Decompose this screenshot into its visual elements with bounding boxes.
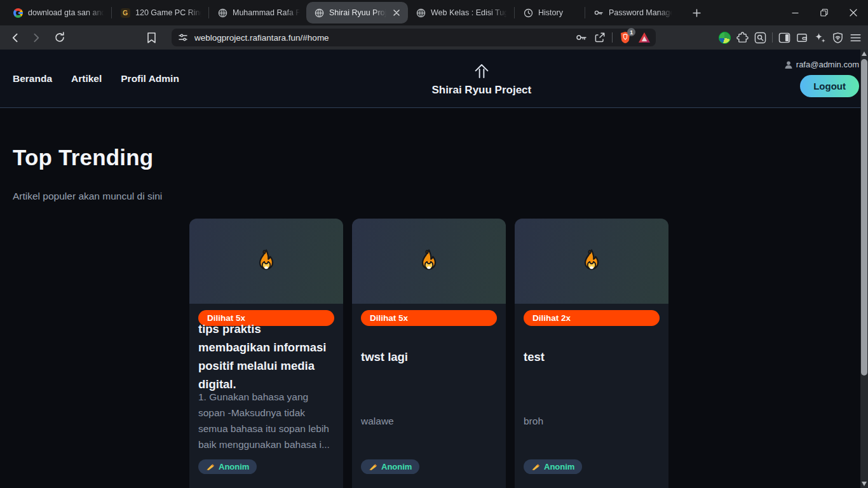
page-scrollbar[interactable] xyxy=(860,50,868,488)
article-card[interactable]: Dilihat 2x test broh Anonim xyxy=(515,219,668,488)
tab-120-game-pc[interactable]: G 120 Game PC Ringan xyxy=(112,2,208,24)
tab-label: download gta san and xyxy=(28,8,104,17)
site-settings-icon[interactable] xyxy=(178,32,188,43)
tab-shirai-ryuu-active[interactable]: Shirai Ryuu Project xyxy=(306,2,408,24)
tab-label: History xyxy=(538,8,578,17)
scroll-up-arrow-icon[interactable] xyxy=(862,51,867,56)
tab-download-gta[interactable]: download gta san and xyxy=(5,2,111,24)
article-card[interactable]: Dilihat 5x tips praktis membagikan infor… xyxy=(189,219,343,488)
nav-artikel[interactable]: Artikel xyxy=(71,73,102,85)
forward-button[interactable] xyxy=(27,29,44,46)
brave-shield-icon[interactable]: 1 xyxy=(619,31,632,44)
scrollbar-thumb[interactable] xyxy=(861,59,867,376)
author-badge: Anonim xyxy=(524,459,582,474)
bookmark-icon[interactable] xyxy=(142,29,160,46)
wallet-icon[interactable] xyxy=(796,32,808,44)
site-brand: Shirai Ryuu Project xyxy=(179,62,784,97)
share-icon[interactable] xyxy=(594,32,606,43)
tab-label: Password Manager xyxy=(609,8,672,17)
card-title[interactable]: test xyxy=(524,348,545,366)
card-excerpt: 1. Gunakan bahasa yang sopan -Maksudnya … xyxy=(198,389,334,452)
tab-label: Web Kelas : Edisi Tuga xyxy=(431,8,507,17)
leo-sparkles-icon[interactable] xyxy=(814,32,826,44)
torii-up-arrow-icon xyxy=(472,62,491,81)
window-controls xyxy=(780,0,868,25)
tab-separator xyxy=(514,7,515,18)
close-window-button[interactable] xyxy=(839,0,868,25)
tab-password-manager[interactable]: Password Manager xyxy=(586,2,679,24)
separator xyxy=(612,32,613,43)
fire-icon xyxy=(254,248,279,274)
address-bar[interactable]: weblogproject.rafiantara.fun/#home 1 xyxy=(172,29,656,46)
tab-close-icon[interactable] xyxy=(391,8,402,18)
scroll-down-arrow-icon[interactable] xyxy=(862,482,867,486)
author-name: Anonim xyxy=(544,462,574,471)
tab-separator xyxy=(111,7,112,18)
nav-beranda[interactable]: Beranda xyxy=(13,73,52,85)
main-content: Top Trending Artikel populer akan muncul… xyxy=(0,145,868,488)
google-favicon-icon xyxy=(13,8,23,18)
author-badge: Anonim xyxy=(361,459,419,474)
key-favicon-icon xyxy=(593,8,604,18)
person-icon xyxy=(784,60,793,69)
user-email: rafa@admin.com xyxy=(796,60,859,69)
vpn-shield-icon[interactable] xyxy=(832,32,844,44)
author-name: Anonim xyxy=(381,462,412,471)
extensions-puzzle-icon[interactable] xyxy=(736,32,749,44)
browser-chrome: download gta san and G 120 Game PC Ringa… xyxy=(0,0,868,50)
minimize-button[interactable] xyxy=(780,0,810,25)
menu-hamburger-icon[interactable] xyxy=(850,32,862,44)
card-image xyxy=(352,219,506,304)
page-title: Top Trending xyxy=(13,145,868,170)
gold-g-favicon-icon: G xyxy=(120,8,130,18)
brave-rewards-icon[interactable] xyxy=(638,32,651,43)
fire-icon xyxy=(416,248,442,274)
user-email-row: rafa@admin.com xyxy=(784,60,859,69)
card-title[interactable]: tips praktis membagikan informasi positi… xyxy=(198,320,334,393)
logout-button[interactable]: Logout xyxy=(800,75,859,97)
extension-icons xyxy=(719,32,862,44)
idm-extension-icon[interactable] xyxy=(719,32,731,44)
back-button[interactable] xyxy=(6,29,24,46)
separator xyxy=(772,32,773,43)
card-excerpt: walawe xyxy=(361,413,394,429)
tab-label: Muhammad Rafa Firda xyxy=(233,8,300,17)
trending-cards: Dilihat 5x tips praktis membagikan infor… xyxy=(189,219,868,488)
site-header: Beranda Artikel Profil Admin Shirai Ryuu… xyxy=(0,50,868,108)
browser-toolbar: weblogproject.rafiantara.fun/#home 1 xyxy=(0,25,868,50)
tab-web-kelas[interactable]: Web Kelas : Edisi Tuga xyxy=(408,2,513,24)
url-text[interactable]: weblogproject.rafiantara.fun/#home xyxy=(194,33,575,43)
address-bar-actions: 1 xyxy=(575,31,651,44)
site-title: Shirai Ryuu Project xyxy=(431,84,531,97)
page-viewport: Beranda Artikel Profil Admin Shirai Ryuu… xyxy=(0,50,868,488)
search-panel-icon[interactable] xyxy=(754,32,766,44)
globe-favicon-icon xyxy=(416,8,426,18)
password-key-icon[interactable] xyxy=(575,31,588,44)
views-badge: Dilihat 2x xyxy=(524,310,660,326)
new-tab-button[interactable] xyxy=(688,4,705,22)
tab-separator xyxy=(208,7,209,18)
main-nav: Beranda Artikel Profil Admin xyxy=(13,73,179,85)
restore-button[interactable] xyxy=(810,0,839,25)
tab-strip: download gta san and G 120 Game PC Ringa… xyxy=(0,0,868,25)
card-body: Dilihat 2x test broh Anonim xyxy=(515,304,668,488)
page-subtitle: Artikel populer akan muncul di sini xyxy=(13,191,868,202)
sidebar-panel-icon[interactable] xyxy=(778,32,790,44)
shield-badge-count: 1 xyxy=(627,28,635,36)
author-badge: Anonim xyxy=(198,459,257,474)
user-box: rafa@admin.com Logout xyxy=(784,60,859,97)
tab-history[interactable]: History xyxy=(515,2,584,24)
tab-label: Shirai Ryuu Project xyxy=(329,8,386,17)
views-badge: Dilihat 5x xyxy=(361,310,497,326)
article-card[interactable]: Dilihat 5x twst lagi walawe Anonim xyxy=(352,219,506,488)
tab-separator xyxy=(585,7,585,18)
nav-profil-admin[interactable]: Profil Admin xyxy=(121,73,179,85)
reload-button[interactable] xyxy=(51,29,69,46)
card-title[interactable]: twst lagi xyxy=(361,348,408,366)
card-excerpt: broh xyxy=(524,413,543,429)
writing-hand-icon xyxy=(206,463,215,471)
fire-icon xyxy=(579,248,604,274)
tab-label: 120 Game PC Ringan xyxy=(135,8,201,17)
tab-muhammad-rafa[interactable]: Muhammad Rafa Firda xyxy=(210,2,306,24)
globe-favicon-icon xyxy=(217,8,227,18)
